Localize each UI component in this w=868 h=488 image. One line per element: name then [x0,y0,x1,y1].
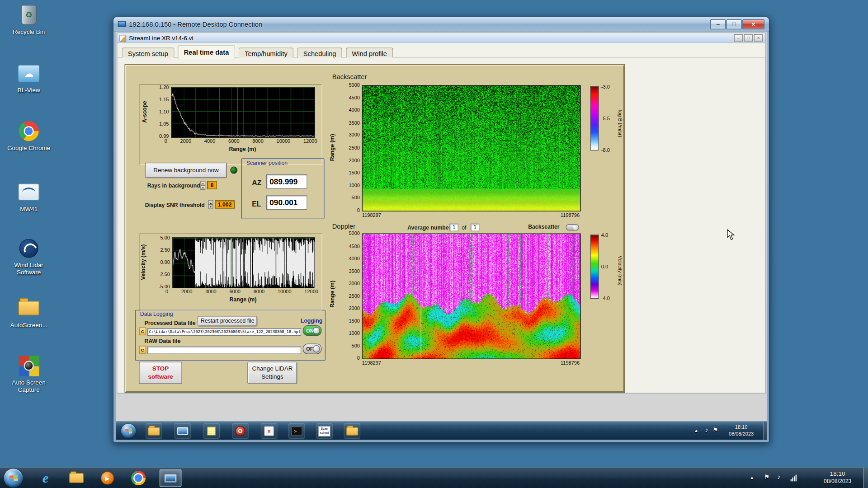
tray-expand-icon[interactable]: ▴ [750,475,753,480]
show-desktop-button[interactable] [863,468,868,488]
tab-real-time-data[interactable]: Real time data [178,45,235,59]
clock[interactable]: 18:10 08/08/2023 [818,470,857,485]
remote-task-computer[interactable] [175,423,191,439]
doppler-y-ticks: 5000450040003500300025002000150010005000 [339,231,360,361]
backscatter-y-axis-label: Range (m) [329,123,335,173]
internet-explorer-icon: e [42,470,48,485]
desktop-icon-label: Wind Lidar Software [7,262,51,276]
taskbar-item-internet-explorer[interactable]: e [34,469,57,487]
taskbar-item-media-player[interactable]: ▶ [96,469,118,487]
remote-task-folder[interactable] [344,423,360,439]
desktop-icon-recycle-bin[interactable]: ♻ Recycle Bin [7,3,51,35]
taskbar-item-chrome[interactable] [127,469,150,487]
volume-icon[interactable]: ♪ [777,474,780,480]
explorer-icon [148,427,160,435]
wind-lidar-icon [19,239,38,258]
tick-label: -3.0 [601,84,617,89]
tab-page-real-time-data: A-scope 1.201.151.101.050.99 02000400060… [118,57,765,393]
velocity-y-axis-label: Velocity (m/s) [140,239,147,286]
tick-label: 3000 [349,132,360,138]
remote-clock[interactable]: 18:10 08/08/2023 [723,424,759,437]
doppler-x-end: 1198796 [541,360,580,366]
taskbar-item-remote-desktop[interactable] [160,469,182,487]
remote-task-terminal[interactable]: >_ [288,423,305,439]
desktop-icon-wind-lidar[interactable]: Wind Lidar Software [7,237,51,276]
rays-in-background-field[interactable]: 8 [207,181,217,189]
rdp-minimize-button[interactable]: – [710,19,726,29]
chrome-icon [19,121,39,141]
tick-label: 1500 [349,170,360,175]
snr-spinner[interactable]: ▲▼ [208,200,213,208]
average-of-field[interactable]: 1 [471,224,480,231]
explorer-icon [69,473,84,483]
tick-label: 2500 [349,293,360,298]
display-snr-field[interactable]: 1.002 [215,200,235,208]
app-window-title: StreamLine XR v14-6.vi [129,35,193,42]
desktop-icon-auto-screen-capture[interactable]: Auto Screen Capture [7,354,51,393]
scanner-position-group: Scanner position AZ 089.999 EL 090.001 [241,158,325,219]
tick-label: 2000 [349,157,360,163]
processed-logging-toggle[interactable]: ON [303,325,322,336]
tick-label: 0 [165,289,168,294]
action-center-icon[interactable]: ⚑ [764,474,769,481]
app-minimize-button[interactable]: – [734,34,743,42]
restart-processed-file-button[interactable]: Restart processed file [198,316,257,326]
remote-tray-expand-icon[interactable]: ▴ [695,428,698,433]
tick-label: -5.5 [601,116,617,121]
tick-label: 0 [165,138,167,144]
recycle-bin-icon: ♻ [21,5,37,25]
remote-show-desktop-button[interactable] [764,422,767,440]
start-button[interactable] [4,469,23,488]
tab-bar: System setup Real time data Temp/humidit… [118,43,765,58]
of-label: of [462,225,466,230]
raw-logging-toggle[interactable]: OFF [303,343,322,354]
tick-label: 5.00 [160,235,170,240]
backscatter-colorbar [590,86,599,150]
az-field[interactable]: 089.999 [266,174,307,189]
backscatter-heatmap [362,85,581,211]
remote-volume-icon[interactable]: ♪ [705,427,708,433]
app-title-bar[interactable]: StreamLine XR v14-6.vi – □ × [118,33,765,43]
app-restore-button[interactable]: □ [744,34,753,42]
remote-task-explorer[interactable] [146,423,162,439]
remote-task-notes[interactable] [203,423,220,439]
stop-software-button[interactable]: STOP software [139,362,182,384]
rdp-close-button[interactable]: × [742,19,764,29]
power-icon [235,426,245,436]
tick-label: 4500 [349,243,360,249]
backscatter-colorbar-label: log B (/m/sr) [617,94,623,155]
desktop-icon-bl-view[interactable]: ☁ BL-View [7,62,51,94]
remote-task-app[interactable]: × [261,423,278,439]
renew-background-button[interactable]: Renew background now [145,163,227,178]
network-icon[interactable] [791,475,797,482]
remote-clock-time: 18:10 [723,424,759,431]
tick-label: 2000 [181,289,193,294]
tick-label: 4.0 [601,232,617,238]
backscatter-toggle[interactable] [566,224,579,231]
backscatter-toggle-label: Backscatter [528,224,559,230]
processed-path-field[interactable]: C:\Lidar\Data\Proc\2023\202308\20230808\… [147,328,301,336]
tick-label: 5000 [349,82,360,88]
desktop-icon-autoscreen-folder[interactable]: AutoScreen... [7,296,51,328]
change-lidar-settings-button[interactable]: Change LiDAR Settings [247,362,297,384]
doppler-colorbar-label: Velocity (m/s) [617,240,623,301]
rdp-title-bar[interactable]: 192.168.0.150 - Remote Desktop Connectio… [113,17,769,32]
streamline-app-window: StreamLine XR v14-6.vi – □ × System setu… [117,33,765,393]
rays-spinner[interactable]: ▲▼ [200,181,205,189]
desktop-icon-mw41[interactable]: MW41 [7,180,51,212]
average-number-field[interactable]: 1 [449,224,458,231]
remote-action-center-icon[interactable]: ⚑ [712,427,718,434]
remote-start-button[interactable] [121,424,136,438]
app-close-button[interactable]: × [754,34,763,42]
raw-path-field[interactable] [147,347,301,354]
tick-label: 1000 [349,330,360,336]
velocity-plot-group: Velocity (m/s) 5.002.500.00-2.50-5.00 02… [140,234,322,311]
desktop-icon-label: AutoScreen... [7,321,51,328]
remote-task-power[interactable] [232,423,249,439]
remote-task-scan-sched[interactable]: Scan sched [316,423,333,439]
ascope-x-ticks: 020004000600080001000012000 [165,138,317,144]
el-field[interactable]: 090.001 [266,195,307,210]
rdp-maximize-button[interactable]: □ [726,19,742,29]
desktop-icon-google-chrome[interactable]: Google Chrome [7,119,51,151]
taskbar-item-explorer[interactable] [65,469,87,487]
